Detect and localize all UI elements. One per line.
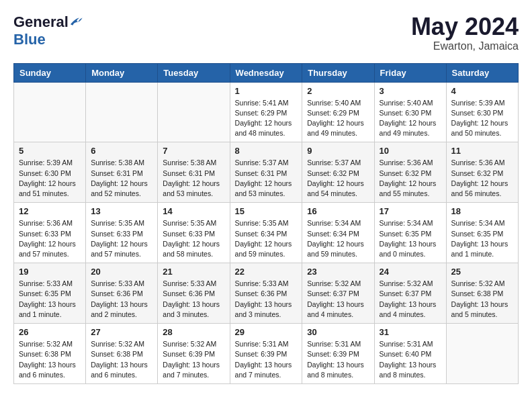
day-info: Sunrise: 5:33 AMSunset: 6:36 PMDaylight:… (163, 279, 224, 320)
day-number: 2 (307, 86, 369, 96)
calendar-week-row: 19Sunrise: 5:33 AMSunset: 6:35 PMDayligh… (14, 263, 519, 324)
calendar-cell: 9Sunrise: 5:37 AMSunset: 6:32 PMDaylight… (302, 142, 374, 203)
logo-blue-text: Blue (13, 31, 83, 48)
calendar-cell: 3Sunrise: 5:40 AMSunset: 6:30 PMDaylight… (374, 82, 446, 142)
title-block: May 2024 Ewarton, Jamaica (411, 13, 519, 52)
day-info: Sunrise: 5:39 AMSunset: 6:30 PMDaylight:… (19, 158, 81, 199)
day-info: Sunrise: 5:33 AMSunset: 6:35 PMDaylight:… (19, 279, 81, 320)
calendar-cell: 30Sunrise: 5:31 AMSunset: 6:39 PMDayligh… (302, 324, 374, 384)
page-header: General Blue May 2024 Ewarton, Jamaica (13, 13, 519, 52)
calendar-cell: 23Sunrise: 5:32 AMSunset: 6:37 PMDayligh… (302, 263, 374, 324)
day-number: 8 (235, 146, 298, 156)
day-of-week-header: Sunday (14, 63, 86, 82)
day-number: 4 (451, 86, 513, 96)
calendar-week-row: 5Sunrise: 5:39 AMSunset: 6:30 PMDaylight… (14, 142, 519, 203)
day-info: Sunrise: 5:37 AMSunset: 6:32 PMDaylight:… (307, 158, 369, 199)
day-number: 7 (163, 146, 224, 156)
day-info: Sunrise: 5:31 AMSunset: 6:39 PMDaylight:… (235, 339, 298, 380)
calendar-cell: 27Sunrise: 5:32 AMSunset: 6:38 PMDayligh… (86, 324, 158, 384)
day-of-week-header: Wednesday (230, 63, 302, 82)
day-info: Sunrise: 5:39 AMSunset: 6:30 PMDaylight:… (451, 98, 513, 139)
calendar-cell: 19Sunrise: 5:33 AMSunset: 6:35 PMDayligh… (14, 263, 86, 324)
calendar-cell: 13Sunrise: 5:35 AMSunset: 6:33 PMDayligh… (86, 203, 158, 263)
calendar-cell: 6Sunrise: 5:38 AMSunset: 6:31 PMDaylight… (86, 142, 158, 203)
day-number: 30 (307, 327, 369, 337)
calendar-cell: 20Sunrise: 5:33 AMSunset: 6:36 PMDayligh… (86, 263, 158, 324)
day-number: 16 (307, 206, 369, 216)
calendar-cell: 5Sunrise: 5:39 AMSunset: 6:30 PMDaylight… (14, 142, 86, 203)
day-number: 22 (235, 267, 298, 277)
day-info: Sunrise: 5:35 AMSunset: 6:33 PMDaylight:… (163, 218, 224, 259)
calendar-cell (446, 324, 518, 384)
day-info: Sunrise: 5:32 AMSunset: 6:37 PMDaylight:… (380, 279, 441, 320)
day-number: 20 (91, 267, 152, 277)
day-number: 29 (235, 327, 298, 337)
calendar-cell: 10Sunrise: 5:36 AMSunset: 6:32 PMDayligh… (374, 142, 446, 203)
month-title: May 2024 (411, 13, 519, 40)
calendar-cell: 15Sunrise: 5:35 AMSunset: 6:34 PMDayligh… (230, 203, 302, 263)
day-info: Sunrise: 5:33 AMSunset: 6:36 PMDaylight:… (91, 279, 152, 320)
day-number: 17 (380, 206, 441, 216)
calendar-cell: 7Sunrise: 5:38 AMSunset: 6:31 PMDaylight… (158, 142, 230, 203)
logo-bird-icon (69, 17, 83, 28)
calendar-cell: 26Sunrise: 5:32 AMSunset: 6:38 PMDayligh… (14, 324, 86, 384)
calendar-cell: 14Sunrise: 5:35 AMSunset: 6:33 PMDayligh… (158, 203, 230, 263)
calendar-header-row: SundayMondayTuesdayWednesdayThursdayFrid… (14, 63, 519, 82)
location-subtitle: Ewarton, Jamaica (411, 40, 519, 52)
day-info: Sunrise: 5:32 AMSunset: 6:39 PMDaylight:… (163, 339, 224, 380)
day-info: Sunrise: 5:41 AMSunset: 6:29 PMDaylight:… (235, 98, 298, 139)
calendar-cell: 28Sunrise: 5:32 AMSunset: 6:39 PMDayligh… (158, 324, 230, 384)
calendar-cell: 8Sunrise: 5:37 AMSunset: 6:31 PMDaylight… (230, 142, 302, 203)
day-info: Sunrise: 5:32 AMSunset: 6:38 PMDaylight:… (19, 339, 81, 380)
calendar-cell: 1Sunrise: 5:41 AMSunset: 6:29 PMDaylight… (230, 82, 302, 142)
calendar-cell: 18Sunrise: 5:34 AMSunset: 6:35 PMDayligh… (446, 203, 518, 263)
day-info: Sunrise: 5:32 AMSunset: 6:38 PMDaylight:… (451, 279, 513, 320)
calendar-cell: 17Sunrise: 5:34 AMSunset: 6:35 PMDayligh… (374, 203, 446, 263)
day-number: 6 (91, 146, 152, 156)
calendar-cell (14, 82, 86, 142)
day-info: Sunrise: 5:34 AMSunset: 6:35 PMDaylight:… (380, 218, 441, 259)
logo-general-text: General (13, 13, 69, 31)
day-number: 9 (307, 146, 369, 156)
calendar-week-row: 1Sunrise: 5:41 AMSunset: 6:29 PMDaylight… (14, 82, 519, 142)
calendar-cell: 11Sunrise: 5:36 AMSunset: 6:32 PMDayligh… (446, 142, 518, 203)
day-number: 1 (235, 86, 298, 96)
day-number: 19 (19, 267, 81, 277)
day-number: 21 (163, 267, 224, 277)
day-number: 28 (163, 327, 224, 337)
day-info: Sunrise: 5:35 AMSunset: 6:34 PMDaylight:… (235, 218, 298, 259)
day-of-week-header: Tuesday (158, 63, 230, 82)
day-info: Sunrise: 5:37 AMSunset: 6:31 PMDaylight:… (235, 158, 298, 199)
calendar-cell: 22Sunrise: 5:33 AMSunset: 6:36 PMDayligh… (230, 263, 302, 324)
day-number: 31 (380, 327, 441, 337)
day-number: 3 (380, 86, 441, 96)
day-info: Sunrise: 5:40 AMSunset: 6:30 PMDaylight:… (380, 98, 441, 139)
day-info: Sunrise: 5:36 AMSunset: 6:33 PMDaylight:… (19, 218, 81, 259)
day-info: Sunrise: 5:33 AMSunset: 6:36 PMDaylight:… (235, 279, 298, 320)
day-info: Sunrise: 5:38 AMSunset: 6:31 PMDaylight:… (163, 158, 224, 199)
calendar-cell: 24Sunrise: 5:32 AMSunset: 6:37 PMDayligh… (374, 263, 446, 324)
logo: General Blue (13, 13, 83, 48)
day-of-week-header: Friday (374, 63, 446, 82)
day-info: Sunrise: 5:34 AMSunset: 6:35 PMDaylight:… (451, 218, 513, 259)
day-info: Sunrise: 5:34 AMSunset: 6:34 PMDaylight:… (307, 218, 369, 259)
day-info: Sunrise: 5:31 AMSunset: 6:40 PMDaylight:… (380, 339, 441, 380)
day-number: 14 (163, 206, 224, 216)
day-info: Sunrise: 5:40 AMSunset: 6:29 PMDaylight:… (307, 98, 369, 139)
day-of-week-header: Saturday (446, 63, 518, 82)
day-number: 18 (451, 206, 513, 216)
calendar-cell: 21Sunrise: 5:33 AMSunset: 6:36 PMDayligh… (158, 263, 230, 324)
day-number: 13 (91, 206, 152, 216)
day-number: 26 (19, 327, 81, 337)
day-of-week-header: Monday (86, 63, 158, 82)
calendar-cell: 4Sunrise: 5:39 AMSunset: 6:30 PMDaylight… (446, 82, 518, 142)
day-info: Sunrise: 5:31 AMSunset: 6:39 PMDaylight:… (307, 339, 369, 380)
day-info: Sunrise: 5:36 AMSunset: 6:32 PMDaylight:… (451, 158, 513, 199)
day-number: 12 (19, 206, 81, 216)
calendar-week-row: 12Sunrise: 5:36 AMSunset: 6:33 PMDayligh… (14, 203, 519, 263)
day-info: Sunrise: 5:36 AMSunset: 6:32 PMDaylight:… (380, 158, 441, 199)
day-number: 24 (380, 267, 441, 277)
day-info: Sunrise: 5:35 AMSunset: 6:33 PMDaylight:… (91, 218, 152, 259)
day-number: 5 (19, 146, 81, 156)
calendar-table: SundayMondayTuesdayWednesdayThursdayFrid… (13, 63, 519, 384)
